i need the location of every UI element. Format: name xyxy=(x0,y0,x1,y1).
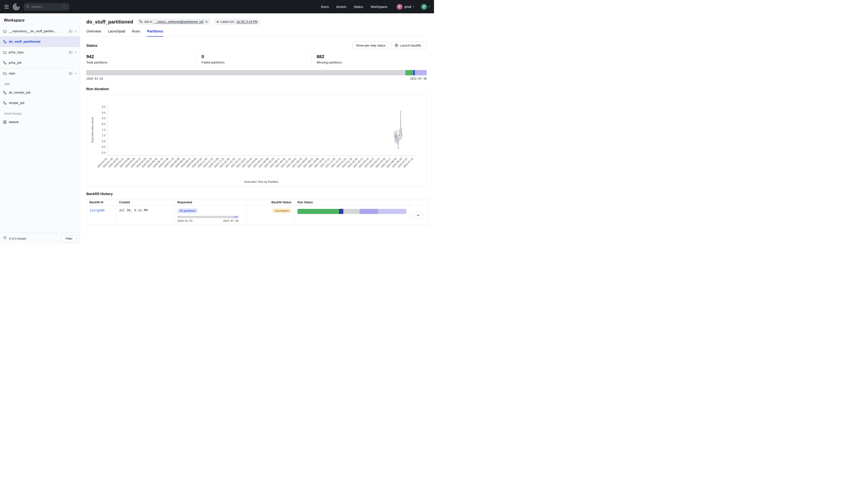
job-origin-link[interactable]: __reposi...artitioned@partitioned_job xyxy=(154,20,204,24)
backfill-created: Jul 30, 5:12 PM xyxy=(116,206,174,225)
top-navbar: / Runs Assets Status Workspace P prod ▾ … xyxy=(0,0,434,13)
search-input[interactable] xyxy=(31,5,60,8)
row-expand-button[interactable] xyxy=(412,212,424,219)
main-content: do_stuff_partitioned Job in __reposi...a… xyxy=(80,13,434,244)
repo-label: repo xyxy=(9,71,66,75)
job-icon xyxy=(3,101,6,105)
tab-overview[interactable]: Overview xyxy=(86,29,101,36)
sidebar-repo-do-stuff[interactable]: __repository__do_stuff_partitio... 1 ▾ xyxy=(0,26,80,36)
sidebar-section-asset-groups: Asset Groups xyxy=(0,108,80,117)
sidebar-item-simple-job[interactable]: simple_job xyxy=(0,98,80,108)
svg-text:7.0: 7.0 xyxy=(102,134,105,137)
sidebar-repo-repo[interactable]: repo 3 ▾ xyxy=(0,68,80,78)
svg-text:5.5: 5.5 xyxy=(102,151,105,154)
deployment-label: prod xyxy=(404,5,411,9)
sidebar-repo-prha-repo[interactable]: prha_repo 1 ▾ xyxy=(0,47,80,58)
shown-count: 3 of 3 shown xyxy=(9,237,26,240)
stat-total-partitions: 942 Total partitions xyxy=(86,52,196,68)
dagster-logo[interactable] xyxy=(12,3,20,10)
latest-run-time-link[interactable]: Jul 30, 5:14 PM xyxy=(237,20,257,24)
svg-text:9.5: 9.5 xyxy=(102,105,105,108)
svg-text:Execution time (secs): Execution time (secs) xyxy=(91,117,94,142)
status-section-header: Status Show per-step status Launch backf… xyxy=(86,41,427,49)
show-per-step-status-button[interactable]: Show per-step status xyxy=(352,41,389,49)
col-run-status: Run Status xyxy=(294,199,409,206)
plus-circle-icon xyxy=(395,44,398,47)
workspace-sidebar: Workspace __repository__do_stuff_partiti… xyxy=(0,13,80,244)
page-header: do_stuff_partitioned Job in __reposi...a… xyxy=(86,13,427,25)
job-icon xyxy=(3,91,6,94)
requested-partitions-bar xyxy=(177,216,238,218)
latest-run-chip: Latest run: Jul 30, 5:14 PM xyxy=(214,19,260,25)
run-status-dot-icon xyxy=(217,21,219,23)
chevron-down-icon: ▾ xyxy=(428,5,430,8)
svg-text:6.5: 6.5 xyxy=(102,140,105,143)
search-icon xyxy=(26,5,29,9)
tab-launchpad[interactable]: Launchpad xyxy=(107,29,125,36)
filter-button[interactable]: Filter xyxy=(61,235,76,242)
asset-group-icon xyxy=(3,121,6,124)
range-end: 2022-07-30 xyxy=(410,77,427,80)
col-actions xyxy=(409,199,429,206)
execution-time-chart: 5.56.06.57.07.58.08.59.09.52020-01-01202… xyxy=(90,99,423,185)
svg-text:8.0: 8.0 xyxy=(102,123,105,126)
chevron-down-icon: ▾ xyxy=(413,5,414,8)
status-heading: Status xyxy=(86,43,97,47)
chevron-down-icon[interactable]: ▾ xyxy=(75,51,76,54)
requested-partitions-chip[interactable]: 60 partitions xyxy=(177,208,198,213)
chevron-down-icon[interactable]: ▾ xyxy=(75,30,76,32)
sidebar-item-default-asset-group[interactable]: default xyxy=(0,117,80,127)
user-avatar: P xyxy=(421,4,427,10)
sidebar-item-prha-job[interactable]: prha_job xyxy=(0,58,80,68)
tab-runs[interactable]: Runs xyxy=(132,29,140,36)
launch-backfill-button[interactable]: Launch backfill... xyxy=(391,41,427,49)
job-icon xyxy=(3,61,6,64)
nav-link-workspace[interactable]: Workspace xyxy=(370,5,388,9)
svg-text:9.0: 9.0 xyxy=(102,111,105,114)
folder-icon xyxy=(3,51,6,54)
sidebar-item-all-cereals-job[interactable]: all_cereals_job xyxy=(0,87,80,98)
backfill-status-badge: Incomplete xyxy=(272,208,291,213)
backfill-history-table: Backfill Id Created Requested Backfill S… xyxy=(86,199,429,225)
requested-range-labels: 2020-01-01 2022-07-30 xyxy=(177,219,238,222)
run-duration-chart: 5.56.06.57.07.58.08.59.09.52020-01-01202… xyxy=(86,94,427,186)
partition-status-bar[interactable] xyxy=(86,70,427,75)
sidebar-item-do-stuff-partitioned[interactable]: do_stuff_partitioned xyxy=(0,36,80,47)
run-status-cell xyxy=(294,206,409,225)
backfill-requested-cell: 60 partitions 2020-01-01 2022-07-30 xyxy=(174,206,246,225)
folder-icon xyxy=(3,72,6,75)
nav-link-assets[interactable]: Assets xyxy=(336,5,346,9)
reload-icon[interactable]: ↻ xyxy=(205,20,208,24)
hamburger-menu-icon[interactable] xyxy=(4,5,9,8)
repo-label: __repository__do_stuff_partitio... xyxy=(9,29,66,33)
deployment-switcher[interactable]: P prod ▾ xyxy=(397,4,414,10)
svg-text:7.5: 7.5 xyxy=(102,128,105,131)
svg-text:Execution Time by Partition: Execution Time by Partition xyxy=(244,180,278,183)
backfill-history-heading: Backfill History xyxy=(86,192,427,196)
job-icon xyxy=(140,20,142,24)
nav-link-status[interactable]: Status xyxy=(353,5,363,9)
page-title: do_stuff_partitioned xyxy=(86,19,133,25)
svg-text:8.5: 8.5 xyxy=(102,117,105,120)
chevron-down-icon xyxy=(417,215,420,216)
col-backfill-status: Backfill Status xyxy=(246,199,294,206)
user-menu[interactable]: P ▾ xyxy=(421,4,430,10)
job-label: prha_job xyxy=(9,61,76,64)
tab-partitions[interactable]: Partitions xyxy=(147,29,163,37)
stat-failed-partitions: 0 Failed partitions xyxy=(196,52,312,68)
job-label: simple_job xyxy=(9,101,76,105)
chevron-down-icon[interactable]: ▾ xyxy=(75,72,76,75)
table-header-row: Backfill Id Created Requested Backfill S… xyxy=(87,199,429,206)
col-created: Created xyxy=(116,199,174,206)
sidebar-section-jobs: Jobs xyxy=(0,78,80,87)
partition-range-labels: 2020-01-01 2022-07-30 xyxy=(86,77,427,80)
repo-label: prha_repo xyxy=(9,51,66,54)
col-backfill-id: Backfill Id xyxy=(87,199,116,206)
job-label: all_cereals_job xyxy=(9,91,76,94)
latest-run-label: Latest run: xyxy=(220,20,235,24)
deployment-avatar: P xyxy=(397,4,402,10)
nav-link-runs[interactable]: Runs xyxy=(321,5,329,9)
job-origin-chip: Job in __reposi...artitioned@partitioned… xyxy=(137,19,211,25)
sidebar-footer: 3 of 3 shown Filter xyxy=(0,232,80,244)
backfill-id-link[interactable]: jozrgsbh xyxy=(90,208,105,212)
